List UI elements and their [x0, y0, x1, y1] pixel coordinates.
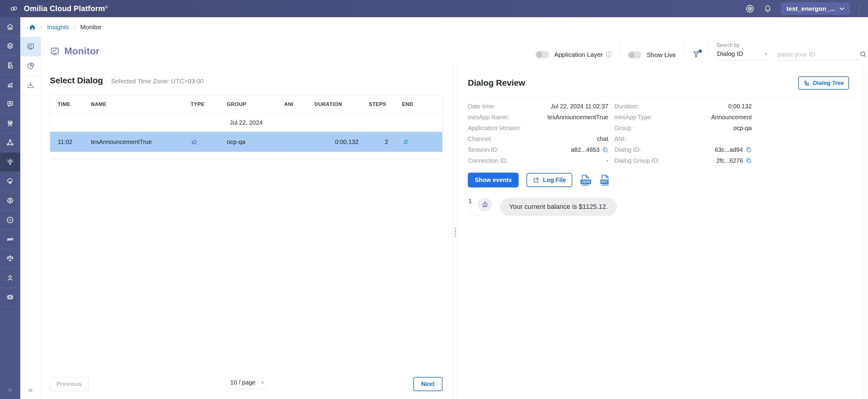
subsidebar-item-export[interactable] [20, 76, 41, 95]
sidebar-item-voice-dialogs[interactable] [0, 95, 20, 114]
bot-message-bubble: Your current balance is $1125.12. [500, 198, 617, 216]
search-icon[interactable] [859, 51, 867, 58]
show-live-label: Show Live [647, 51, 676, 59]
cell-name: tesAnnouncementTrue [91, 138, 191, 145]
sidebar-item-orchestrator[interactable] [0, 133, 20, 153]
user-menu-button[interactable]: test_energon_... [781, 2, 850, 15]
sidebar-collapse-button[interactable]: » [0, 380, 20, 399]
sidebar-item-insights[interactable] [0, 153, 20, 172]
col-header-ani[interactable]: ANI [284, 101, 314, 107]
divider [708, 45, 709, 58]
announcement-megaphone-icon [191, 138, 227, 146]
page-size-select[interactable]: 10 / page ▾ [227, 379, 267, 389]
page-title: Monitor [64, 46, 99, 57]
copy-icon[interactable] [746, 158, 752, 164]
brand: Omilia Cloud Platform® [8, 4, 108, 13]
field-value: 2fc...6276 [716, 157, 752, 164]
table-row[interactable]: 11:02 tesAnnouncementTrue ocp-qa 0:00.13… [50, 132, 442, 152]
breadcrumb-link-insights[interactable]: Insights [47, 24, 69, 31]
dialog-review-actions: Show events Log File JSON [468, 173, 863, 188]
show-live-toggle[interactable] [628, 51, 642, 59]
filter-active-badge [699, 49, 702, 53]
dialog-review-fields: Date time:Jul 22, 2024 11:02:37 Duration… [468, 101, 863, 166]
panel-resize-splitter[interactable] [453, 66, 457, 399]
field-date-time: Date time:Jul 22, 2024 11:02:37 [468, 101, 608, 112]
admin-gear-user-icon [6, 197, 14, 205]
field-label: Date time: [468, 103, 495, 110]
settings-gear-icon[interactable] [745, 4, 754, 13]
sidebar-item-quality[interactable] [0, 210, 20, 230]
application-layer-label: Application Layer [554, 51, 603, 58]
pagination: Previous 10 / page ▾ Next [41, 377, 453, 399]
page-header: Monitor Application Layer ⓘ Show Live [41, 37, 868, 66]
notifications-bell-icon[interactable] [764, 4, 772, 13]
show-events-button[interactable]: Show events [468, 173, 519, 188]
insights-lightbulb-icon [6, 158, 14, 166]
analytics-icon [6, 80, 14, 89]
dialog-review-panel: Dialog Review Dialog Tree Date time:Jul … [457, 66, 863, 399]
support-ring-icon [6, 293, 14, 301]
cell-time: 11:02 [58, 138, 91, 145]
subsidebar-collapse-button[interactable]: » [20, 380, 41, 399]
search-by-select: Search by Dialog ID ▾ [716, 42, 768, 60]
filter-funnel-icon[interactable] [692, 50, 701, 60]
sidebar-item-cloud-services[interactable] [0, 172, 20, 191]
quality-badge-icon [6, 216, 14, 224]
col-header-type[interactable]: TYPE [191, 101, 227, 107]
col-header-duration[interactable]: DURATION [314, 101, 369, 107]
sidebar-item-miniapps[interactable] [0, 56, 20, 75]
col-header-time[interactable]: TIME [58, 101, 91, 107]
dialog-tree-button[interactable]: Dialog Tree [798, 76, 849, 90]
log-file-button[interactable]: Log File [526, 173, 572, 187]
table-header-row: TIME NAME TYPE GROUP ANI DURATION STEPS … [50, 95, 442, 114]
col-header-end[interactable]: END [402, 101, 435, 107]
col-header-name[interactable]: NAME [91, 101, 191, 107]
field-value: a82...4853 [571, 146, 608, 153]
field-label: Dialog Group ID: [614, 157, 659, 164]
field-dialog-id: Dialog ID:63c...ad94 [614, 144, 752, 155]
export-rtf-icon[interactable]: RTF [600, 173, 612, 187]
dialog-tree-label: Dialog Tree [813, 80, 844, 86]
voice-dialog-icon [6, 100, 14, 108]
col-header-group[interactable]: GROUP [227, 101, 284, 107]
sidebar-item-profile[interactable] [0, 268, 20, 288]
search-by-dropdown[interactable]: Dialog ID ▾ [716, 50, 768, 60]
field-value: chat [597, 135, 608, 142]
miniapps-icon [6, 61, 14, 69]
home-icon [6, 23, 14, 31]
copy-icon[interactable] [602, 147, 608, 153]
info-icon[interactable]: ⓘ [606, 51, 612, 59]
sidebar-item-layers[interactable] [0, 36, 20, 56]
application-layer-toggle[interactable] [535, 51, 549, 58]
export-json-icon[interactable]: JSON [580, 173, 592, 187]
timezone-label: Selected Time Zone: UTC+03:00 [111, 77, 204, 85]
search-id-input[interactable] [777, 51, 859, 58]
sidebar-item-compliance[interactable] [0, 249, 20, 268]
subsidebar-item-reports[interactable] [20, 57, 41, 76]
sidebar-item-support[interactable] [0, 288, 20, 307]
next-page-button[interactable]: Next [413, 377, 442, 391]
sidebar-item-tuning[interactable] [0, 114, 20, 133]
log-file-label: Log File [543, 176, 566, 184]
sidebar-item-admin[interactable] [0, 191, 20, 210]
breadcrumb-chevron-icon: › [40, 24, 42, 30]
breadcrumb-home-icon[interactable] [29, 24, 36, 31]
sidebar-item-pipelines[interactable] [0, 230, 20, 249]
page-size-value: 10 / page [230, 379, 255, 386]
field-dialog-group-id: Dialog Group ID:2fc...6276 [614, 155, 752, 166]
bot-avatar [478, 198, 492, 211]
sidebar-item-analytics[interactable] [0, 75, 20, 95]
field-application-version: Application Version: [468, 123, 608, 133]
field-channel: Channel:chat [468, 133, 608, 144]
sidebar-item-home[interactable] [0, 17, 20, 36]
primary-sidebar: » [0, 17, 20, 399]
field-miniapp-type: miniApp Type:Announcement [614, 112, 752, 123]
copy-icon[interactable] [746, 147, 752, 153]
search-by-value: Dialog ID [717, 50, 743, 57]
col-header-steps[interactable]: STEPS [369, 101, 402, 107]
previous-page-button[interactable]: Previous [50, 377, 89, 391]
subsidebar-item-monitor[interactable] [20, 37, 41, 57]
tuning-sliders-icon [6, 119, 14, 127]
search-by-label: Search by [716, 42, 768, 48]
right-panel-scrollbar[interactable] [863, 66, 868, 399]
